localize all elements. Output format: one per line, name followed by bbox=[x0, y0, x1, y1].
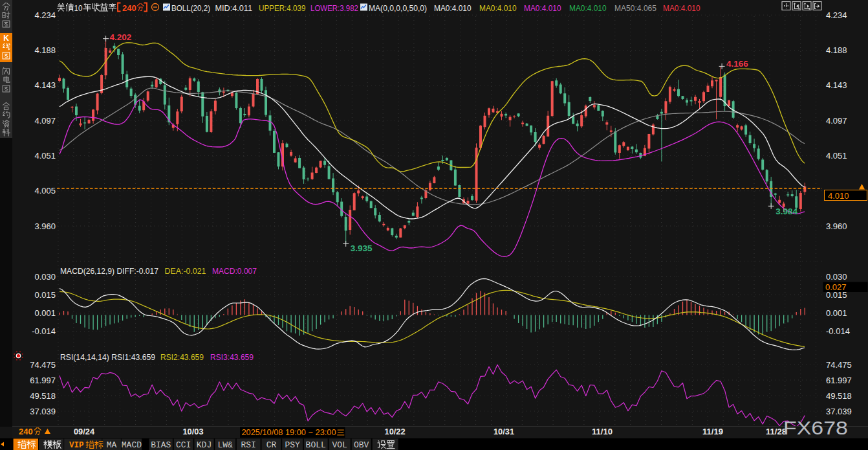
svg-text:2025/10/08 19:00 ~ 23:00: 2025/10/08 19:00 ~ 23:00 bbox=[242, 427, 336, 437]
svg-text:61.997: 61.997 bbox=[30, 376, 56, 385]
svg-text:4.097: 4.097 bbox=[34, 116, 56, 126]
svg-text:-0.014: -0.014 bbox=[32, 326, 56, 336]
svg-text:RSI(14,14,14) RSI1:43.659: RSI(14,14,14) RSI1:43.659 bbox=[60, 353, 155, 362]
svg-text:PSY: PSY bbox=[285, 440, 300, 450]
svg-text:BIAS: BIAS bbox=[151, 440, 171, 450]
svg-text:3.960: 3.960 bbox=[826, 221, 847, 231]
svg-text:MA0:4.010: MA0:4.010 bbox=[434, 4, 472, 13]
svg-text:MACD:0.007: MACD:0.007 bbox=[212, 267, 257, 276]
svg-text:MA(0,0,0,0,50,0): MA(0,0,0,0,50,0) bbox=[369, 4, 427, 13]
svg-text:0.001: 0.001 bbox=[34, 308, 56, 318]
svg-text:4.097: 4.097 bbox=[826, 116, 847, 126]
svg-text:10/03: 10/03 bbox=[183, 427, 204, 436]
svg-text:4.234: 4.234 bbox=[826, 10, 847, 20]
svg-text:3.960: 3.960 bbox=[34, 221, 56, 231]
svg-text:11/19: 11/19 bbox=[702, 427, 723, 436]
svg-text:4.234: 4.234 bbox=[34, 10, 56, 20]
svg-text:MA: MA bbox=[107, 440, 117, 450]
svg-text:61.997: 61.997 bbox=[826, 376, 852, 385]
svg-text:MA0:4.010: MA0:4.010 bbox=[663, 4, 700, 13]
svg-text:LW&: LW& bbox=[217, 440, 233, 450]
svg-text:4.143: 4.143 bbox=[34, 80, 56, 90]
svg-text:4.143: 4.143 bbox=[826, 80, 847, 90]
svg-text:0.030: 0.030 bbox=[826, 272, 847, 282]
svg-text:10: 10 bbox=[74, 3, 83, 13]
svg-text:09/24: 09/24 bbox=[74, 427, 94, 436]
svg-text:RSI2:43.659: RSI2:43.659 bbox=[160, 353, 204, 362]
svg-text:OBV: OBV bbox=[354, 440, 369, 450]
svg-text:4.051: 4.051 bbox=[34, 151, 56, 161]
svg-text:FX678: FX678 bbox=[783, 417, 848, 438]
svg-text:3.935: 3.935 bbox=[351, 243, 373, 253]
svg-text:240: 240 bbox=[19, 427, 33, 436]
svg-text:RSI: RSI bbox=[241, 440, 255, 450]
svg-text:BOLL(20,2): BOLL(20,2) bbox=[171, 4, 210, 13]
svg-text:VOL: VOL bbox=[332, 440, 347, 450]
svg-text:MACD: MACD bbox=[122, 440, 142, 450]
svg-text:LOWER:3.982: LOWER:3.982 bbox=[310, 4, 358, 13]
svg-text:4.010: 4.010 bbox=[828, 191, 849, 201]
svg-text:BOLL: BOLL bbox=[306, 440, 326, 450]
svg-text:240: 240 bbox=[122, 3, 136, 13]
svg-text:CCI: CCI bbox=[176, 440, 191, 450]
svg-text:K: K bbox=[3, 34, 9, 43]
svg-text:4.202: 4.202 bbox=[110, 32, 132, 42]
svg-text:4.051: 4.051 bbox=[826, 151, 847, 161]
svg-text:3.984: 3.984 bbox=[776, 207, 797, 216]
svg-text:MA0:4.010: MA0:4.010 bbox=[524, 4, 561, 13]
svg-text:0.001: 0.001 bbox=[826, 308, 847, 318]
svg-text:4.188: 4.188 bbox=[34, 45, 56, 55]
svg-text:37.039: 37.039 bbox=[30, 407, 56, 416]
svg-text:VIP: VIP bbox=[69, 441, 84, 450]
svg-text:MID:4.011: MID:4.011 bbox=[215, 4, 253, 13]
svg-text:MA0:4.010: MA0:4.010 bbox=[479, 4, 517, 13]
svg-text:74.475: 74.475 bbox=[30, 360, 56, 370]
svg-text:10/22: 10/22 bbox=[385, 427, 406, 436]
svg-text:37.039: 37.039 bbox=[826, 407, 852, 416]
svg-text:MACD(26,12,9) DIFF:-0.017: MACD(26,12,9) DIFF:-0.017 bbox=[60, 267, 158, 276]
svg-text:4.005: 4.005 bbox=[34, 186, 56, 196]
svg-text:4.166: 4.166 bbox=[726, 59, 748, 69]
svg-text:0.015: 0.015 bbox=[34, 290, 56, 300]
svg-text:UPPER:4.039: UPPER:4.039 bbox=[259, 4, 306, 13]
svg-text:MA50:4.065: MA50:4.065 bbox=[614, 4, 656, 13]
svg-text:49.518: 49.518 bbox=[30, 391, 56, 401]
svg-text:MA0:4.010: MA0:4.010 bbox=[569, 4, 607, 13]
svg-text:-0.014: -0.014 bbox=[826, 326, 850, 336]
svg-text:CR: CR bbox=[266, 440, 277, 450]
svg-text:49.518: 49.518 bbox=[826, 391, 852, 401]
svg-text:10/31: 10/31 bbox=[494, 427, 514, 436]
svg-text:11/10: 11/10 bbox=[592, 427, 613, 436]
svg-text:0.030: 0.030 bbox=[34, 272, 56, 282]
svg-text:74.475: 74.475 bbox=[826, 360, 852, 370]
svg-text:DEA:-0.021: DEA:-0.021 bbox=[165, 267, 206, 276]
svg-text:KDJ: KDJ bbox=[197, 440, 212, 450]
svg-text:RSI3:43.659: RSI3:43.659 bbox=[210, 353, 254, 362]
svg-text:0.027: 0.027 bbox=[825, 282, 847, 292]
svg-text:4.188: 4.188 bbox=[826, 45, 847, 55]
